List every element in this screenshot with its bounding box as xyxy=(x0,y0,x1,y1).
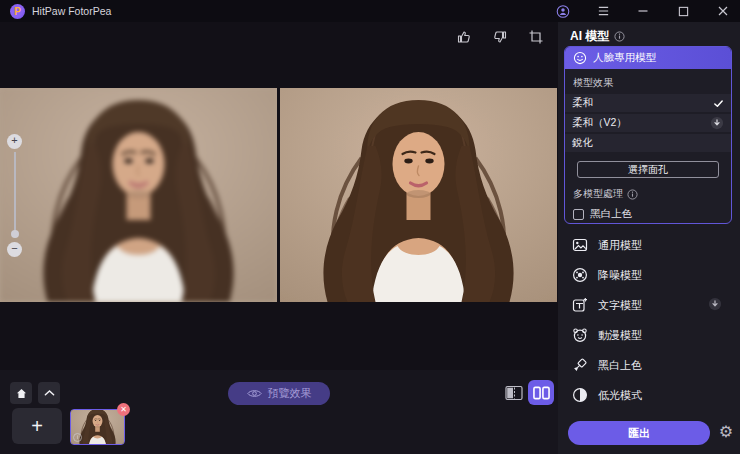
split-view-toggle-icon[interactable] xyxy=(505,385,523,401)
before-image[interactable] xyxy=(0,88,277,302)
sidebar-item-general-model[interactable]: 通用模型 xyxy=(572,236,730,254)
preview-effect-button[interactable]: 預覽效果 xyxy=(228,382,330,405)
info-icon[interactable] xyxy=(614,31,625,42)
home-button[interactable] xyxy=(10,382,32,404)
lowlight-model-icon xyxy=(572,387,588,403)
after-image[interactable] xyxy=(280,88,557,302)
zoom-slider-knob[interactable] xyxy=(11,230,19,238)
collapse-tray-button[interactable] xyxy=(38,382,60,404)
face-model-label: 人臉專用模型 xyxy=(593,51,656,65)
app-logo-icon: P xyxy=(10,4,25,19)
multi-model-label: 多模型處理 xyxy=(573,187,723,201)
menu-icon[interactable] xyxy=(596,4,610,18)
check-icon xyxy=(713,98,724,109)
thumbnail-info-icon: i xyxy=(73,433,82,442)
minimize-icon[interactable] xyxy=(636,4,650,18)
gear-icon[interactable]: ⚙ xyxy=(716,422,736,442)
add-image-button[interactable]: + xyxy=(12,408,62,444)
zoom-out-button[interactable]: − xyxy=(7,242,22,257)
maximize-icon[interactable] xyxy=(676,4,690,18)
preview-effect-label: 預覽效果 xyxy=(268,386,312,401)
side-by-side-toggle-icon[interactable] xyxy=(528,380,554,405)
download-icon[interactable] xyxy=(710,116,724,130)
titlebar: P HitPaw FotorPea xyxy=(0,0,740,22)
remove-image-icon[interactable]: ✕ xyxy=(117,403,130,416)
canvas-area: + − xyxy=(0,22,558,370)
download-icon[interactable] xyxy=(708,297,722,311)
ai-models-label: AI 模型 xyxy=(570,28,609,45)
window-controls xyxy=(556,4,730,18)
app-window: P HitPaw FotorPea xyxy=(0,0,740,454)
close-icon[interactable] xyxy=(716,4,730,18)
thumbs-down-icon[interactable] xyxy=(492,29,508,45)
option-soft[interactable]: 柔和 xyxy=(565,94,731,112)
eye-icon xyxy=(247,388,262,399)
canvas-toolbar xyxy=(456,29,544,45)
sidebar-item-denoise-model[interactable]: 降噪模型 xyxy=(572,266,730,284)
model-effect-label: 模型效果 xyxy=(573,76,723,90)
account-icon[interactable] xyxy=(556,4,570,18)
face-icon xyxy=(573,51,587,65)
image-thumbnail[interactable]: ✕ i xyxy=(70,409,125,445)
select-face-button[interactable]: 選擇面孔 xyxy=(577,161,719,178)
crop-icon[interactable] xyxy=(528,29,544,45)
thumbs-up-icon[interactable] xyxy=(456,29,472,45)
sidebar-title: AI 模型 xyxy=(570,28,625,45)
compare-view xyxy=(0,88,557,302)
sidebar: AI 模型 人臉專用模型 模型效果 柔和 柔和（V2） 銳化 選擇面孔 多 xyxy=(558,22,740,454)
sidebar-item-colorize-model[interactable]: 黑白上色 xyxy=(572,356,730,374)
anime-model-icon xyxy=(572,327,588,343)
sidebar-item-anime-model[interactable]: 動漫模型 xyxy=(572,326,730,344)
app-title: HitPaw FotorPea xyxy=(32,5,111,17)
colorize-model-icon xyxy=(572,357,588,373)
sidebar-item-lowlight-model[interactable]: 低光模式 xyxy=(572,386,730,404)
face-model-panel: 人臉專用模型 模型效果 柔和 柔和（V2） 銳化 選擇面孔 多模型處理 黑白上 xyxy=(564,46,732,224)
option-sharpen[interactable]: 銳化 xyxy=(565,134,731,152)
general-model-icon xyxy=(572,237,588,253)
face-model-header[interactable]: 人臉專用模型 xyxy=(565,47,731,69)
zoom-slider-track[interactable] xyxy=(14,152,16,236)
denoise-model-icon xyxy=(572,267,588,283)
export-button[interactable]: 匯出 xyxy=(568,421,710,445)
zoom-slider: + − xyxy=(7,134,23,258)
bottom-toolbar: + ✕ i 預覽效果 xyxy=(0,370,558,454)
zoom-in-button[interactable]: + xyxy=(7,134,22,149)
checkbox-icon[interactable] xyxy=(573,209,584,220)
info-icon[interactable] xyxy=(627,189,638,200)
option-soft-v2[interactable]: 柔和（V2） xyxy=(565,114,731,132)
text-model-icon xyxy=(572,297,588,313)
colorize-checkbox[interactable]: 黑白上色 xyxy=(573,207,723,221)
sidebar-item-text-model[interactable]: 文字模型 xyxy=(572,296,730,314)
